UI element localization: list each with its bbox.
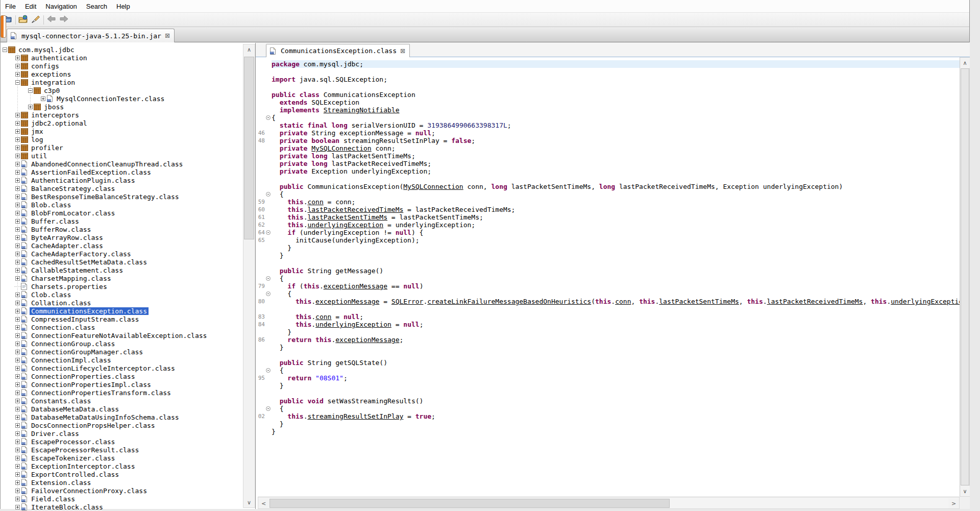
tree-item-label[interactable]: ExceptionInterceptor.class [30, 463, 137, 470]
scroll-up-icon[interactable]: ∧ [960, 58, 970, 68]
tree-item[interactable]: 010ExportControlled.class [2, 470, 242, 478]
expand-icon[interactable] [14, 497, 21, 501]
tree-item-label[interactable]: authentication [30, 54, 89, 62]
expand-icon[interactable] [14, 178, 21, 183]
tree-item-label[interactable]: interceptors [30, 111, 81, 119]
tree-item-label[interactable]: EscapeProcessor.class [30, 438, 116, 446]
tree-item[interactable]: 010MysqlConnectionTester.class [2, 94, 242, 103]
symbol-link[interactable]: lastPacketSentTimeMs [307, 213, 387, 221]
tree-item[interactable]: 010BestResponseTimeBalanceStrategy.class [2, 192, 242, 201]
tree-item-label[interactable]: BalanceStrategy.class [30, 185, 116, 192]
symbol-link[interactable]: streamingResultSetInPlay [307, 412, 403, 420]
tree-item-label[interactable]: ConnectionProperties.class [30, 373, 137, 380]
tree-item-label[interactable]: BlobFromLocator.class [30, 209, 116, 217]
tree-item-label[interactable]: ConnectionPropertiesTransform.class [30, 389, 173, 397]
expand-icon[interactable] [14, 350, 21, 354]
expand-icon[interactable] [14, 194, 21, 199]
expand-icon[interactable] [14, 358, 21, 362]
scroll-up-icon[interactable]: ∧ [243, 44, 255, 55]
close-icon[interactable]: ⊠ [399, 47, 405, 55]
tree-item-label[interactable]: CachedResultSetMetaData.class [30, 258, 149, 266]
scroll-left-icon[interactable]: < [258, 498, 269, 508]
expand-icon[interactable] [40, 96, 46, 101]
expand-icon[interactable] [14, 293, 21, 297]
drag-handle[interactable] [1, 15, 6, 38]
tree-item-label[interactable]: EscapeTokenizer.class [30, 454, 116, 462]
tree-item[interactable]: 010ConnectionProperties.class [2, 372, 242, 380]
tree-item-label[interactable]: Connection.class [30, 324, 96, 331]
tree-item-label[interactable]: ByteArrayRow.class [30, 234, 105, 241]
tree-item-label[interactable]: log [30, 136, 44, 143]
collapse-icon[interactable] [2, 47, 8, 52]
tree-item[interactable]: 010DocsConnectionPropsHelper.class [2, 421, 242, 429]
expand-icon[interactable] [14, 145, 21, 150]
expand-icon[interactable] [14, 162, 21, 166]
menu-file[interactable]: File [1, 1, 20, 12]
tree-item[interactable]: 010Connection.class [2, 323, 242, 331]
symbol-link[interactable]: exceptionMessage [315, 298, 379, 305]
menu-edit[interactable]: Edit [20, 1, 41, 12]
tree-item[interactable]: util [2, 152, 242, 160]
collapse-icon[interactable] [27, 88, 34, 93]
fold-collapse-icon[interactable] [265, 290, 272, 298]
tree-item-label[interactable]: IterateBlock.class [30, 503, 105, 511]
tree-item-label[interactable]: Field.class [30, 495, 77, 503]
tree-item-label[interactable]: ConnectionGroupManager.class [30, 348, 144, 356]
tree-item-label[interactable]: DocsConnectionPropsHelper.class [30, 422, 157, 429]
tree-item-label[interactable]: CallableStatement.class [30, 266, 125, 274]
expand-icon[interactable] [14, 415, 21, 420]
tree-item-label[interactable]: FailoverConnectionProxy.class [30, 487, 149, 495]
tree-item-label[interactable]: ExportControlled.class [30, 471, 120, 478]
expand-icon[interactable] [14, 260, 21, 264]
expand-icon[interactable] [14, 129, 21, 134]
tree-item[interactable]: 010ConnectionPropertiesImpl.class [2, 380, 242, 388]
expand-icon[interactable] [14, 448, 21, 452]
menu-search[interactable]: Search [82, 1, 112, 12]
scroll-down-icon[interactable]: ∨ [243, 497, 255, 507]
tree-item[interactable]: jmx [2, 127, 242, 135]
expand-icon[interactable] [14, 399, 21, 403]
expand-icon[interactable] [14, 211, 21, 215]
expand-icon[interactable] [14, 423, 21, 428]
tree-item[interactable]: authentication [2, 54, 242, 62]
tree-item-label[interactable]: DatabaseMetaData.class [30, 405, 120, 413]
tree-item-label[interactable]: ConnectionGroup.class [30, 340, 116, 348]
expand-icon[interactable] [14, 268, 21, 273]
tree-item-label[interactable]: Driver.class [30, 430, 81, 437]
tree-item-label[interactable]: jdbc2.optional [30, 119, 89, 127]
expand-icon[interactable] [14, 382, 21, 387]
tree-item[interactable]: 010Extension.class [2, 478, 242, 486]
tree-item-label[interactable]: ConnectionFeatureNotAvailableException.c… [30, 332, 208, 339]
expand-icon[interactable] [14, 333, 21, 338]
expand-icon[interactable] [14, 342, 21, 346]
tab-class-file[interactable]: 010 CommunicationsException.class ⊠ [266, 44, 410, 57]
expand-icon[interactable] [14, 252, 21, 256]
scroll-right-icon[interactable]: > [948, 498, 959, 508]
fold-collapse-icon[interactable] [265, 367, 272, 374]
expand-icon[interactable] [14, 374, 21, 379]
tree-item[interactable]: 010CacheAdapterFactory.class [2, 250, 242, 258]
tree-item[interactable]: 010Collation.class [2, 299, 242, 307]
tree-item-label[interactable]: Charsets.properties [30, 283, 109, 290]
expand-icon[interactable] [14, 325, 21, 330]
tree-item-label[interactable]: Clob.class [30, 291, 72, 299]
tree-item-label[interactable]: AuthenticationPlugin.class [30, 177, 137, 184]
tree-item[interactable]: 010EscapeTokenizer.class [2, 454, 242, 462]
back-button[interactable] [45, 14, 58, 26]
expand-icon[interactable] [14, 317, 21, 322]
tree-item[interactable]: 010ConnectionFeatureNotAvailableExceptio… [2, 331, 242, 339]
tree-item-label[interactable]: ConnectionImpl.class [30, 356, 113, 364]
fold-collapse-icon[interactable] [265, 190, 272, 198]
expand-icon[interactable] [14, 56, 21, 60]
expand-icon[interactable] [14, 227, 21, 232]
tree-item[interactable]: 010ExceptionInterceptor.class [2, 462, 242, 470]
tree-item[interactable]: 010EscapeProcessor.class [2, 437, 242, 446]
expand-icon[interactable] [27, 105, 34, 109]
expand-icon[interactable] [14, 472, 21, 477]
editor-vertical-scrollbar[interactable]: ∧ ∨ [960, 57, 970, 497]
fold-collapse-icon[interactable] [265, 229, 272, 236]
symbol-link[interactable]: exceptionMessage [335, 336, 399, 344]
tree-item-label[interactable]: BufferRow.class [30, 226, 92, 233]
tree-item-label[interactable]: ConnectionPropertiesImpl.class [30, 381, 153, 388]
expand-icon[interactable] [14, 456, 21, 460]
